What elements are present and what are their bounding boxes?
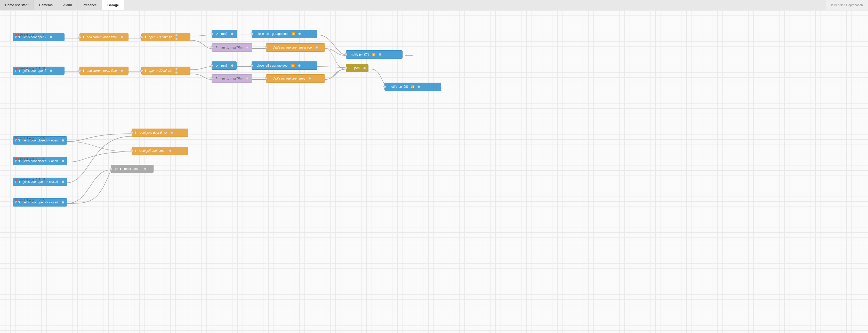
status-dot: [15, 179, 17, 181]
input-port[interactable]: [211, 64, 213, 67]
status-dot: [15, 34, 17, 36]
jens-door-open-status: closed at: Aug 16, 21:22: [15, 34, 45, 36]
output-port[interactable]: [50, 36, 52, 38]
input-port[interactable]: [345, 53, 347, 56]
reset-jens-timer-node[interactable]: f reset jens door timer: [132, 128, 188, 137]
output-port[interactable]: [170, 131, 173, 134]
status-dot: [15, 137, 17, 140]
output-port[interactable]: [298, 33, 301, 35]
tab-home-assistant[interactable]: Home Assistant: [0, 0, 34, 10]
output-port[interactable]: [246, 46, 249, 49]
tab-alarm[interactable]: Alarm: [58, 0, 78, 10]
input-port[interactable]: [141, 36, 143, 38]
close-jeffs-node[interactable]: close jeff's garage door 📶: [252, 61, 317, 70]
output-port-bottom[interactable]: [175, 71, 178, 74]
output-port[interactable]: [62, 139, 64, 142]
output-port[interactable]: [231, 64, 234, 67]
output-port[interactable]: [169, 149, 172, 152]
output-port[interactable]: [50, 69, 52, 72]
output-port[interactable]: [417, 86, 420, 88]
output-port[interactable]: [62, 180, 64, 183]
jeffs-msg-node[interactable]: f Jeff's garage open msg: [266, 74, 325, 83]
input-port[interactable]: [79, 69, 81, 72]
input-port[interactable]: [130, 131, 133, 134]
input-port[interactable]: [79, 36, 81, 38]
input-port[interactable]: [211, 46, 213, 49]
input-port[interactable]: [265, 46, 267, 49]
input-port[interactable]: [211, 33, 213, 35]
reset-jeff-timer-node[interactable]: f reset jeff door timer: [132, 147, 188, 155]
output-port[interactable]: [298, 64, 301, 67]
output-port[interactable]: [231, 33, 234, 35]
output-port[interactable]: [379, 53, 381, 56]
output-port[interactable]: [315, 46, 318, 49]
limit-2-node[interactable]: ↻ limit 1 msg/40m: [212, 74, 252, 83]
output-port[interactable]: [121, 69, 123, 72]
jens-door-closed-open-status: closed at: Aug 16, 21:22: [15, 137, 45, 140]
add-open-time-2-node[interactable]: f add current open time: [80, 67, 128, 75]
output-port[interactable]: [121, 36, 123, 38]
run-2-node[interactable]: ↗ run?: [212, 61, 237, 70]
tab-cameras[interactable]: Cameras: [34, 0, 58, 10]
output-port[interactable]: [246, 77, 249, 80]
output-port[interactable]: [363, 67, 366, 69]
output-port[interactable]: [309, 77, 311, 80]
input-port[interactable]: [141, 69, 143, 72]
input-port[interactable]: [251, 33, 253, 35]
input-port[interactable]: [130, 149, 133, 152]
jeffs-door-open-closed-status: closed at: Aug 16, 21:22: [15, 199, 45, 202]
notify-jen-node[interactable]: notify jen iOS 📶: [384, 83, 441, 91]
status-dot: [15, 68, 17, 70]
input-port[interactable]: [110, 168, 113, 170]
limit-1-node[interactable]: ↻ limit 1 msg/40m: [212, 43, 252, 52]
input-port[interactable]: [251, 64, 253, 67]
open-30-1-node[interactable]: f open > 30 mins?: [142, 33, 190, 41]
jens-msg-node[interactable]: f Jen's garage open message: [266, 43, 325, 52]
json-node[interactable]: {} json: [346, 64, 368, 72]
jens-door-open-closed-status: closed at: Aug 16, 21:22: [15, 178, 45, 181]
input-port[interactable]: [211, 77, 213, 80]
close-jens-node[interactable]: close jen's garage door 📶: [252, 30, 317, 38]
output-port[interactable]: [144, 168, 147, 170]
output-port-top[interactable]: [175, 68, 178, 70]
pending-deprecation-label: ⊘ Pending Deprecation: [825, 0, 868, 10]
tab-bar: Home Assistant Cameras Alarm Presence Ga…: [0, 0, 868, 10]
open-30-2-node[interactable]: f open > 30 mins?: [142, 67, 190, 75]
flow-canvas[interactable]: ⊓⊓ jen's door open? closed at: Aug 16, 2…: [0, 10, 868, 333]
reset-timers-node[interactable]: ▭➜ reset timers: [111, 165, 154, 173]
jeffs-door-closed-open-status: closed at: Aug 16, 21:22: [15, 157, 45, 160]
tab-garage[interactable]: Garage: [102, 0, 124, 10]
output-port[interactable]: [62, 160, 64, 162]
input-port[interactable]: [383, 86, 386, 88]
tab-presence[interactable]: Presence: [78, 0, 102, 10]
input-port[interactable]: [265, 77, 267, 80]
output-port-bottom[interactable]: [175, 38, 178, 40]
input-port[interactable]: [345, 67, 347, 69]
status-dot: [15, 158, 17, 160]
output-port[interactable]: [62, 201, 64, 204]
add-open-time-1-node[interactable]: f add current open time: [80, 33, 128, 41]
output-port-top[interactable]: [175, 34, 178, 37]
jeffs-door-open-status: closed at: Aug 16, 21:22: [15, 67, 45, 70]
notify-jeff-node[interactable]: notify jeff iOS 📶: [346, 50, 403, 59]
status-dot: [15, 199, 17, 201]
output-ports: [175, 34, 178, 40]
run-1-node[interactable]: ↗ run?: [212, 30, 237, 38]
output-ports: [175, 68, 178, 74]
